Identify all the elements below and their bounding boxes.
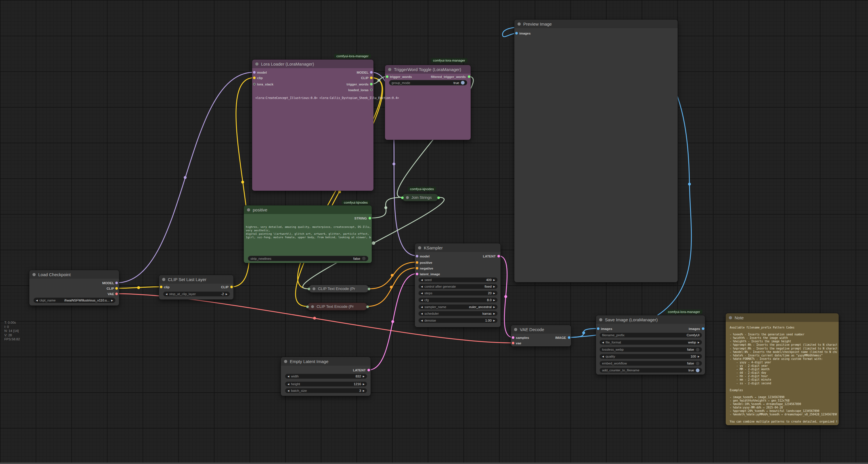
node-vae-decode[interactable]: VAE Decode samples vae IMAGE: [510, 325, 571, 347]
increment-arrow-icon[interactable]: ▶: [698, 341, 700, 344]
collapse-dot-icon[interactable]: [388, 68, 391, 71]
increment-arrow-icon[interactable]: ▶: [493, 306, 495, 308]
trigger-words-output-port[interactable]: [370, 83, 373, 85]
scheduler-combo[interactable]: ◀schedulerkarras▶: [418, 311, 498, 316]
collapse-dot-icon[interactable]: [162, 278, 165, 281]
positive-input-port[interactable]: [416, 261, 418, 264]
decrement-arrow-icon[interactable]: ◀: [287, 375, 289, 378]
toggle-on-icon[interactable]: [461, 81, 465, 85]
embed-workflow-toggle[interactable]: embed_workflowfalse: [599, 361, 702, 366]
increment-arrow-icon[interactable]: ▶: [493, 279, 495, 281]
node-title-bar[interactable]: Load Checkpoint: [29, 270, 119, 279]
note-text[interactable]: Available filename_prefix Pattern Codes …: [730, 326, 837, 424]
vae-input-port[interactable]: [512, 342, 514, 344]
collapse-dot-icon[interactable]: [599, 318, 602, 321]
node-lora-loader[interactable]: Lora Loader (LoraManager) model clip lor…: [252, 59, 374, 191]
collapse-dot-icon[interactable]: [247, 208, 250, 211]
clip-input-port[interactable]: [253, 77, 256, 79]
collapse-dot-icon[interactable]: [518, 23, 521, 26]
prompt-text[interactable]: highres, very detailed, amazing quality,…: [246, 225, 371, 239]
toggle-off-icon[interactable]: [362, 257, 366, 260]
node-graph-canvas[interactable]: Load Checkpoint MODEL CLIP VAE ◀ ckpt_na…: [0, 0, 868, 464]
collapsed-output-port[interactable]: [366, 306, 369, 308]
seed-stepper[interactable]: ◀seed409▶: [418, 277, 498, 283]
clip-output-port[interactable]: [230, 286, 233, 288]
increment-arrow-icon[interactable]: ▶: [698, 355, 700, 358]
node-save-image[interactable]: Save Image (LoraManager) images images f…: [596, 315, 705, 375]
increment-arrow-icon[interactable]: ▶: [493, 285, 495, 288]
lora-syntax-text[interactable]: <lora:CreateConcept_Illustrious:0.8> <lo…: [255, 96, 399, 99]
toggle-off-icon[interactable]: [696, 348, 700, 351]
collapse-dot-icon[interactable]: [514, 328, 517, 331]
decrement-arrow-icon[interactable]: ◀: [602, 341, 604, 344]
decrement-arrow-icon[interactable]: ◀: [36, 299, 38, 302]
trigger-words-input-port[interactable]: [386, 76, 389, 78]
node-clip-set-last-layer[interactable]: CLIP Set Last Layer clip CLIP ◀ stop_at_…: [159, 275, 234, 300]
sampler-name-combo[interactable]: ◀sampler_nameeuler_ancestral▶: [418, 304, 498, 310]
width-stepper[interactable]: ◀width832▶: [285, 374, 367, 379]
filename-prefix-field[interactable]: filename_prefixComfyUI: [599, 332, 702, 338]
collapsed-input-port[interactable]: [308, 288, 310, 290]
lora-stack-input-port[interactable]: [253, 83, 256, 85]
decrement-arrow-icon[interactable]: ◀: [421, 299, 423, 301]
decrement-arrow-icon[interactable]: ◀: [421, 306, 423, 308]
collapsed-input-port[interactable]: [401, 197, 404, 199]
collapse-dot-icon[interactable]: [729, 316, 732, 319]
height-stepper[interactable]: ◀height1216▶: [285, 381, 367, 387]
node-title-bar[interactable]: TriggerWord Toggle (LoraManager): [385, 65, 471, 74]
node-title-bar[interactable]: CLIP Set Last Layer: [159, 275, 234, 284]
decrement-arrow-icon[interactable]: ◀: [421, 319, 423, 322]
node-clip-text-encode-negative[interactable]: CLIP Text Encode (Pr: [307, 302, 367, 310]
add-counter-toggle[interactable]: add_counter_to_filenametrue: [599, 368, 702, 373]
loaded-loras-output-port[interactable]: [370, 89, 373, 91]
vae-output-port[interactable]: [115, 293, 118, 295]
node-load-checkpoint[interactable]: Load Checkpoint MODEL CLIP VAE ◀ ckpt_na…: [29, 270, 119, 306]
decrement-arrow-icon[interactable]: ◀: [421, 312, 423, 315]
node-title-bar[interactable]: positive: [244, 205, 372, 214]
lossless-webp-toggle[interactable]: lossless_webpfalse: [599, 347, 702, 352]
node-empty-latent-image[interactable]: Empty Latent Image LATENT ◀width832▶ ◀he…: [281, 357, 371, 396]
node-title-bar[interactable]: Note: [726, 313, 839, 322]
samples-input-port[interactable]: [512, 336, 514, 339]
latent-image-input-port[interactable]: [416, 273, 418, 275]
clip-input-port[interactable]: [160, 286, 162, 288]
node-note[interactable]: Note Available filename_prefix Pattern C…: [725, 313, 839, 426]
node-title-bar[interactable]: Save Image (LoraManager): [596, 315, 705, 324]
node-clip-text-encode-positive[interactable]: CLIP Text Encode (Pr: [309, 285, 369, 293]
node-title-bar[interactable]: VAE Decode: [511, 325, 571, 334]
node-title-bar[interactable]: Preview Image: [514, 20, 678, 28]
strip-newlines-toggle[interactable]: strip_newlines false: [248, 256, 368, 261]
increment-arrow-icon[interactable]: ▶: [111, 299, 113, 302]
image-output-port[interactable]: [568, 336, 570, 339]
filtered-trigger-words-output-port[interactable]: [468, 76, 470, 78]
node-title-bar[interactable]: Empty Latent Image: [281, 357, 371, 366]
clip-output-port[interactable]: [370, 77, 373, 79]
images-input-port[interactable]: [515, 32, 518, 34]
stop-at-clip-layer-stepper[interactable]: ◀ stop_at_clip_layer -2 ▶: [163, 291, 230, 297]
model-input-port[interactable]: [253, 71, 256, 74]
group-mode-toggle[interactable]: group_mode true: [389, 80, 467, 85]
control-after-generate-combo[interactable]: ◀control after generatefixed▶: [418, 284, 498, 289]
denoise-stepper[interactable]: ◀denoise1.00▶: [418, 318, 498, 323]
decrement-arrow-icon[interactable]: ◀: [421, 292, 423, 295]
collapsed-input-port[interactable]: [306, 306, 309, 308]
file-format-combo[interactable]: ◀file_formatwebp▶: [599, 340, 702, 345]
increment-arrow-icon[interactable]: ▶: [226, 293, 227, 295]
collapsed-output-port[interactable]: [437, 197, 440, 199]
increment-arrow-icon[interactable]: ▶: [363, 383, 365, 385]
model-output-port[interactable]: [115, 282, 118, 284]
node-title-bar[interactable]: Lora Loader (LoraManager): [252, 60, 373, 68]
decrement-arrow-icon[interactable]: ◀: [421, 285, 423, 288]
increment-arrow-icon[interactable]: ▶: [363, 375, 365, 378]
node-ksampler[interactable]: KSampler model positive negative latent_…: [414, 243, 501, 327]
increment-arrow-icon[interactable]: ▶: [493, 299, 495, 301]
collapse-dot-icon[interactable]: [418, 246, 421, 250]
decrement-arrow-icon[interactable]: ◀: [421, 279, 423, 281]
collapse-dot-icon[interactable]: [32, 273, 36, 276]
toggle-on-icon[interactable]: [696, 369, 700, 372]
ckpt-name-combo[interactable]: ◀ ckpt_name il\waiNSFWIllustrious_v110.s…: [33, 297, 116, 303]
steps-stepper[interactable]: ◀steps20▶: [418, 291, 498, 296]
model-output-port[interactable]: [370, 71, 373, 74]
batch-size-stepper[interactable]: ◀batch_size3▶: [285, 388, 367, 393]
decrement-arrow-icon[interactable]: ◀: [602, 355, 604, 358]
